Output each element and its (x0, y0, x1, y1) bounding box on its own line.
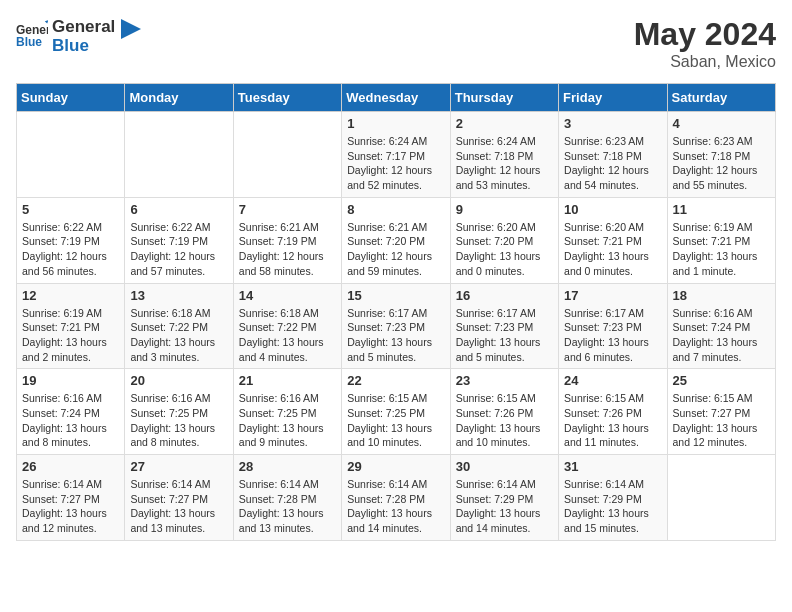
table-row: 27Sunrise: 6:14 AM Sunset: 7:27 PM Dayli… (125, 455, 233, 541)
col-thursday: Thursday (450, 84, 558, 112)
day-number: 14 (239, 288, 336, 303)
day-info: Sunrise: 6:21 AM Sunset: 7:20 PM Dayligh… (347, 220, 444, 279)
day-number: 3 (564, 116, 661, 131)
col-monday: Monday (125, 84, 233, 112)
table-row: 31Sunrise: 6:14 AM Sunset: 7:29 PM Dayli… (559, 455, 667, 541)
day-info: Sunrise: 6:14 AM Sunset: 7:28 PM Dayligh… (347, 477, 444, 536)
day-info: Sunrise: 6:22 AM Sunset: 7:19 PM Dayligh… (22, 220, 119, 279)
table-row (233, 112, 341, 198)
day-info: Sunrise: 6:15 AM Sunset: 7:25 PM Dayligh… (347, 391, 444, 450)
logo: General Blue General Blue (16, 16, 141, 55)
table-row: 2Sunrise: 6:24 AM Sunset: 7:18 PM Daylig… (450, 112, 558, 198)
day-info: Sunrise: 6:18 AM Sunset: 7:22 PM Dayligh… (239, 306, 336, 365)
col-sunday: Sunday (17, 84, 125, 112)
day-number: 21 (239, 373, 336, 388)
svg-text:Blue: Blue (16, 35, 42, 49)
day-number: 2 (456, 116, 553, 131)
table-row: 9Sunrise: 6:20 AM Sunset: 7:20 PM Daylig… (450, 197, 558, 283)
table-row: 1Sunrise: 6:24 AM Sunset: 7:17 PM Daylig… (342, 112, 450, 198)
col-wednesday: Wednesday (342, 84, 450, 112)
day-number: 7 (239, 202, 336, 217)
day-info: Sunrise: 6:21 AM Sunset: 7:19 PM Dayligh… (239, 220, 336, 279)
calendar-table: Sunday Monday Tuesday Wednesday Thursday… (16, 83, 776, 541)
day-number: 29 (347, 459, 444, 474)
calendar-week-row: 26Sunrise: 6:14 AM Sunset: 7:27 PM Dayli… (17, 455, 776, 541)
table-row: 23Sunrise: 6:15 AM Sunset: 7:26 PM Dayli… (450, 369, 558, 455)
table-row: 21Sunrise: 6:16 AM Sunset: 7:25 PM Dayli… (233, 369, 341, 455)
logo-general-text: General (52, 18, 115, 37)
day-info: Sunrise: 6:16 AM Sunset: 7:24 PM Dayligh… (673, 306, 770, 365)
day-number: 31 (564, 459, 661, 474)
table-row: 6Sunrise: 6:22 AM Sunset: 7:19 PM Daylig… (125, 197, 233, 283)
month-year-title: May 2024 (634, 16, 776, 53)
day-number: 26 (22, 459, 119, 474)
day-number: 12 (22, 288, 119, 303)
table-row: 17Sunrise: 6:17 AM Sunset: 7:23 PM Dayli… (559, 283, 667, 369)
table-row: 30Sunrise: 6:14 AM Sunset: 7:29 PM Dayli… (450, 455, 558, 541)
day-number: 24 (564, 373, 661, 388)
day-info: Sunrise: 6:22 AM Sunset: 7:19 PM Dayligh… (130, 220, 227, 279)
day-info: Sunrise: 6:14 AM Sunset: 7:29 PM Dayligh… (456, 477, 553, 536)
logo-arrow-icon (121, 19, 141, 55)
calendar-header-row: Sunday Monday Tuesday Wednesday Thursday… (17, 84, 776, 112)
calendar-week-row: 1Sunrise: 6:24 AM Sunset: 7:17 PM Daylig… (17, 112, 776, 198)
day-info: Sunrise: 6:17 AM Sunset: 7:23 PM Dayligh… (564, 306, 661, 365)
day-number: 22 (347, 373, 444, 388)
logo-blue-text: Blue (52, 37, 115, 56)
day-info: Sunrise: 6:20 AM Sunset: 7:21 PM Dayligh… (564, 220, 661, 279)
day-info: Sunrise: 6:19 AM Sunset: 7:21 PM Dayligh… (673, 220, 770, 279)
svg-marker-3 (121, 19, 141, 39)
calendar-week-row: 5Sunrise: 6:22 AM Sunset: 7:19 PM Daylig… (17, 197, 776, 283)
table-row: 14Sunrise: 6:18 AM Sunset: 7:22 PM Dayli… (233, 283, 341, 369)
table-row: 12Sunrise: 6:19 AM Sunset: 7:21 PM Dayli… (17, 283, 125, 369)
day-number: 9 (456, 202, 553, 217)
table-row: 5Sunrise: 6:22 AM Sunset: 7:19 PM Daylig… (17, 197, 125, 283)
day-number: 6 (130, 202, 227, 217)
day-number: 15 (347, 288, 444, 303)
day-number: 8 (347, 202, 444, 217)
day-number: 28 (239, 459, 336, 474)
table-row: 19Sunrise: 6:16 AM Sunset: 7:24 PM Dayli… (17, 369, 125, 455)
col-friday: Friday (559, 84, 667, 112)
day-info: Sunrise: 6:23 AM Sunset: 7:18 PM Dayligh… (673, 134, 770, 193)
day-number: 30 (456, 459, 553, 474)
day-number: 11 (673, 202, 770, 217)
table-row: 16Sunrise: 6:17 AM Sunset: 7:23 PM Dayli… (450, 283, 558, 369)
day-number: 17 (564, 288, 661, 303)
day-info: Sunrise: 6:14 AM Sunset: 7:28 PM Dayligh… (239, 477, 336, 536)
table-row: 18Sunrise: 6:16 AM Sunset: 7:24 PM Dayli… (667, 283, 775, 369)
day-info: Sunrise: 6:16 AM Sunset: 7:25 PM Dayligh… (130, 391, 227, 450)
day-number: 19 (22, 373, 119, 388)
day-info: Sunrise: 6:24 AM Sunset: 7:18 PM Dayligh… (456, 134, 553, 193)
table-row: 28Sunrise: 6:14 AM Sunset: 7:28 PM Dayli… (233, 455, 341, 541)
day-number: 20 (130, 373, 227, 388)
day-info: Sunrise: 6:20 AM Sunset: 7:20 PM Dayligh… (456, 220, 553, 279)
title-block: May 2024 Saban, Mexico (634, 16, 776, 71)
table-row: 11Sunrise: 6:19 AM Sunset: 7:21 PM Dayli… (667, 197, 775, 283)
day-number: 4 (673, 116, 770, 131)
table-row: 4Sunrise: 6:23 AM Sunset: 7:18 PM Daylig… (667, 112, 775, 198)
table-row: 8Sunrise: 6:21 AM Sunset: 7:20 PM Daylig… (342, 197, 450, 283)
table-row: 7Sunrise: 6:21 AM Sunset: 7:19 PM Daylig… (233, 197, 341, 283)
day-number: 1 (347, 116, 444, 131)
table-row: 26Sunrise: 6:14 AM Sunset: 7:27 PM Dayli… (17, 455, 125, 541)
day-info: Sunrise: 6:17 AM Sunset: 7:23 PM Dayligh… (347, 306, 444, 365)
table-row: 22Sunrise: 6:15 AM Sunset: 7:25 PM Dayli… (342, 369, 450, 455)
day-info: Sunrise: 6:19 AM Sunset: 7:21 PM Dayligh… (22, 306, 119, 365)
day-number: 25 (673, 373, 770, 388)
day-info: Sunrise: 6:16 AM Sunset: 7:25 PM Dayligh… (239, 391, 336, 450)
table-row: 20Sunrise: 6:16 AM Sunset: 7:25 PM Dayli… (125, 369, 233, 455)
day-info: Sunrise: 6:14 AM Sunset: 7:27 PM Dayligh… (22, 477, 119, 536)
day-info: Sunrise: 6:16 AM Sunset: 7:24 PM Dayligh… (22, 391, 119, 450)
day-number: 18 (673, 288, 770, 303)
calendar-week-row: 19Sunrise: 6:16 AM Sunset: 7:24 PM Dayli… (17, 369, 776, 455)
day-number: 27 (130, 459, 227, 474)
location-subtitle: Saban, Mexico (634, 53, 776, 71)
day-info: Sunrise: 6:18 AM Sunset: 7:22 PM Dayligh… (130, 306, 227, 365)
day-info: Sunrise: 6:14 AM Sunset: 7:29 PM Dayligh… (564, 477, 661, 536)
logo-icon: General Blue (16, 20, 48, 52)
table-row (17, 112, 125, 198)
day-number: 13 (130, 288, 227, 303)
page-header: General Blue General Blue May 2024 Saban… (16, 16, 776, 71)
col-saturday: Saturday (667, 84, 775, 112)
